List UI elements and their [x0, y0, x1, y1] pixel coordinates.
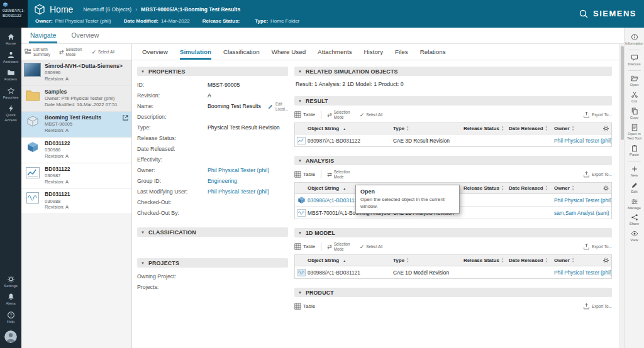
sidebar-item-favorites[interactable]: Favorites [0, 85, 21, 103]
sidebar-item-quick-access[interactable]: Quick Access [0, 102, 21, 125]
column-type[interactable]: Type▲▼ [393, 258, 464, 263]
command-copy[interactable]: Copy [625, 106, 644, 122]
cell-owner-link[interactable]: sam,Sam Analyst (sam) [554, 210, 609, 216]
export-button[interactable]: Export To... [583, 243, 612, 250]
command-edit[interactable]: Edit [625, 180, 644, 196]
section-header-result[interactable]: ▼RESULT [294, 96, 612, 106]
page-title[interactable]: Home [50, 4, 73, 14]
command-open-in-text-tool[interactable]: Open in Text Tool [625, 122, 644, 143]
list-item[interactable]: BD031122 030986 Revision: A [21, 138, 131, 163]
command-paste[interactable]: Paste [625, 143, 644, 159]
owner-link[interactable]: Phil Physical Tester (phil) [208, 165, 269, 176]
tab-overview[interactable]: Overview [142, 48, 168, 60]
breadcrumb-current[interactable]: MBST-90005/A;1-Booming Test Results [141, 6, 240, 13]
table-view-button[interactable]: Table [294, 111, 315, 118]
section-header-related[interactable]: ▼RELATED SIMULATION OBJECTS [294, 67, 612, 76]
tab-simulation[interactable]: Simulation [180, 48, 211, 60]
cell-owner-link[interactable]: Phil Physical Tester (phil) [554, 138, 611, 144]
command-view[interactable]: View [625, 228, 644, 244]
list-with-summary-button[interactable]: List with Summary [25, 47, 55, 56]
tab-relations[interactable]: Relations [420, 48, 446, 60]
chart-thumbnail-icon [295, 137, 308, 144]
search-icon[interactable] [579, 9, 589, 19]
pinned-object-tile[interactable]: 030987/A;1-BD031122 [0, 0, 28, 28]
table-view-button[interactable]: Table [294, 303, 315, 310]
export-button[interactable]: Export To... [583, 171, 612, 178]
breadcrumb-folder[interactable]: Newstuff (6 Objects) [83, 6, 131, 13]
tab-history[interactable]: History [364, 48, 383, 60]
list-item[interactable]: Samples Owner: Phil Physical Tester (phi… [21, 86, 131, 112]
tab-navigate[interactable]: Navigate [29, 29, 57, 43]
column-object-string[interactable]: Object String▲ [308, 258, 393, 263]
command-discuss[interactable]: Discuss [625, 52, 644, 68]
column-date-released[interactable]: Date Released▲▼ [509, 185, 554, 191]
tab-where-used[interactable]: Where Used [272, 48, 306, 60]
table-view-button[interactable]: Table [294, 243, 315, 250]
cell-object-link[interactable]: 030986/A;1-BD031122 [308, 197, 360, 204]
select-all-button[interactable]: ✓Select All [360, 112, 387, 118]
gear-icon[interactable] [602, 257, 609, 264]
cell-owner-link[interactable]: Phil Physical Tester (phil) [554, 269, 611, 276]
selection-mode-button[interactable]: ⇄Selection Mode [327, 110, 354, 119]
user-avatar[interactable] [4, 330, 17, 343]
open-in-new-icon[interactable] [122, 114, 129, 121]
command-information[interactable]: Information [625, 31, 644, 48]
gear-icon[interactable] [602, 185, 609, 192]
tab-files[interactable]: Files [395, 48, 408, 60]
column-release-status[interactable]: Release Status▲▼ [464, 258, 509, 263]
list-item-selected[interactable]: Booming Test Results MBST-90005 Revision… [21, 112, 131, 138]
export-button[interactable]: Export To... [583, 111, 612, 118]
select-all-button[interactable]: ✓ Select All [92, 49, 120, 55]
selection-mode-button[interactable]: ⇄Selection Mode [327, 242, 354, 251]
property-row: Date Released: [137, 144, 288, 155]
cell-owner-link[interactable]: Phil Physical Tester (phil) [554, 197, 611, 204]
last-modifier-link[interactable]: Phil Physical Tester (phil) [208, 187, 269, 197]
group-link[interactable]: Engineering [208, 176, 237, 187]
tab-overview-primary[interactable]: Overview [70, 29, 100, 43]
command-open[interactable]: Open [625, 73, 644, 89]
sidebar-item-folders[interactable]: Folders [0, 67, 21, 85]
command-cut[interactable]: Cut [625, 89, 644, 106]
tab-classification[interactable]: Classification [223, 48, 260, 60]
rail-label: Home [6, 41, 16, 46]
vertical-scrollbar[interactable] [619, 44, 624, 348]
list-item[interactable]: BD031122 030987 Revision: A [21, 163, 131, 189]
section-header-properties[interactable]: ▼PROPERTIES [137, 67, 288, 76]
list-item[interactable]: BD031121 030988 Revision: A [21, 188, 131, 214]
command-manage[interactable]: Manage [625, 196, 644, 212]
sidebar-item-assistant[interactable]: Assistant [0, 49, 21, 67]
column-release-status[interactable]: Release Status▲▼ [464, 126, 509, 131]
table-row[interactable]: 030988/A;1-BD031121 CAE 1D Model Revisio… [295, 266, 611, 278]
sidebar-item-help[interactable]: ? Help [0, 309, 21, 327]
section-header-projects[interactable]: ▼PROJECTS [137, 258, 288, 268]
list-item[interactable]: Simrod-NVH-<Dutta-Siemens> 030996 Revisi… [21, 60, 131, 86]
command-new[interactable]: New [625, 163, 644, 180]
tab-attachments[interactable]: Attachments [318, 48, 352, 60]
sidebar-item-alerts[interactable]: Alerts [0, 291, 21, 309]
breadcrumb[interactable]: Home Newstuff (6 Objects) › MBST-90005/A… [34, 3, 240, 16]
column-date-released[interactable]: Date Released▲▼ [509, 258, 554, 263]
selection-mode-button[interactable]: ⇄Selection Mode [327, 170, 354, 178]
cube-icon [3, 2, 26, 8]
column-date-released[interactable]: Date Released▲▼ [509, 126, 554, 131]
edit-local-button[interactable]: Edit Local... [267, 102, 291, 111]
table-row[interactable]: 030987/A;1-BD031122 CAE 3D Result Revisi… [295, 134, 611, 146]
section-header-product[interactable]: ▼PRODUCT [294, 288, 612, 297]
section-header-1d-model[interactable]: ▼1D MODEL [294, 228, 612, 237]
gear-icon[interactable] [602, 125, 609, 132]
table-view-button[interactable]: Table [294, 171, 315, 178]
select-all-button[interactable]: ✓Select All [360, 244, 387, 250]
meta-label: Date Modified: [124, 18, 158, 24]
section-header-analysis[interactable]: ▼ANALYSIS [294, 156, 612, 165]
sort-icon: ▲▼ [572, 258, 574, 263]
sidebar-item-settings[interactable]: Settings [0, 273, 21, 291]
sidebar-item-home[interactable]: Home [0, 31, 21, 49]
right-command-rail: Information Discuss Open Cut Copy Open i… [624, 28, 644, 348]
selection-mode-button[interactable]: ⇄ Selection Mode [59, 47, 87, 56]
section-header-classification[interactable]: ▼CLASSIFICATION [137, 227, 288, 237]
column-object-string[interactable]: Object String▲ [308, 126, 393, 131]
column-type[interactable]: Type▲▼ [393, 126, 464, 131]
command-share[interactable]: Share [625, 212, 644, 228]
column-release-status[interactable]: Release Status▲▼ [464, 185, 509, 191]
export-button[interactable]: Export To... [583, 303, 612, 310]
